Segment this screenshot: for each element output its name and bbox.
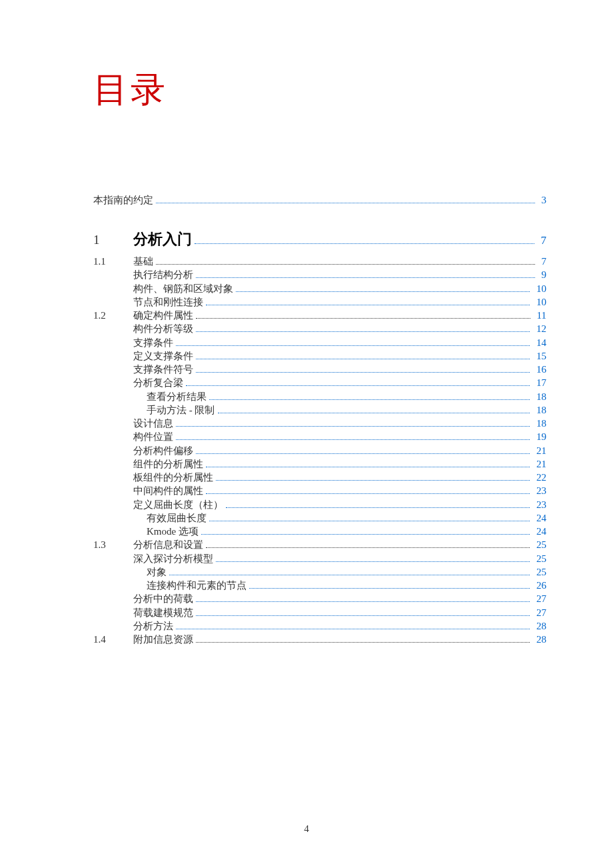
leader-dots: [196, 633, 530, 643]
toc-item-row: 分析方法28: [93, 619, 546, 633]
leader-dots: [196, 322, 530, 332]
toc-item-label: 设计信息: [133, 417, 173, 430]
toc-item-page: 27: [536, 606, 546, 619]
page-number-footer: 4: [0, 823, 613, 835]
section-heading-label: 分析信息和设置: [133, 538, 203, 551]
toc-title: 目录: [93, 67, 546, 113]
toc-item-page: 23: [536, 484, 546, 497]
leader-dots: [216, 552, 530, 562]
toc-item-label: 执行结构分析: [133, 268, 193, 281]
section-num: 1.1: [93, 255, 133, 268]
toc-item-label: Kmode 选项: [147, 525, 199, 538]
toc-item-entry: 中间构件的属性23: [133, 484, 546, 497]
item-content: 节点和刚性连接10: [133, 295, 546, 309]
toc-item-label: 支撑条件符号: [133, 363, 193, 376]
toc-item-entry: 支撑条件符号16: [133, 363, 546, 376]
toc-item-label: 构件分析等级: [133, 322, 193, 335]
leader-dots: [206, 484, 530, 494]
toc-item-entry: 查看分析结果18: [133, 390, 546, 403]
toc-item-entry: 手动方法 - 限制18: [133, 403, 546, 417]
item-content: 构件、钢筋和区域对象10: [133, 282, 546, 295]
toc-item-row: 分析构件偏移21: [93, 444, 546, 457]
leader-dots: [169, 565, 530, 575]
toc-item-page: 19: [536, 430, 546, 443]
toc-item-entry: 构件、钢筋和区域对象10: [133, 282, 546, 295]
leader-dots: [236, 282, 530, 292]
leader-dots: [186, 376, 530, 386]
item-content: 查看分析结果18: [133, 390, 546, 403]
toc-item-row: 分析复合梁17: [93, 376, 546, 389]
toc-item-row: 支撑条件14: [93, 336, 546, 349]
leader-dots: [206, 457, 530, 467]
toc-item-row: 执行结构分析9: [93, 268, 546, 281]
section-content: 确定构件属性11: [133, 309, 546, 322]
toc-item-row: 板组件的分析属性22: [93, 471, 546, 484]
item-content: 构件分析等级12: [133, 322, 546, 335]
toc-item-entry: 连接构件和元素的节点26: [133, 579, 546, 592]
item-content: 手动方法 - 限制18: [133, 403, 546, 417]
section-heading-page: 11: [537, 309, 546, 322]
leader-dots: [216, 471, 530, 481]
item-content: 组件的分析属性21: [133, 457, 546, 471]
section-heading-row: 1.3分析信息和设置25: [93, 538, 546, 551]
section-heading-row: 1.1基础7: [93, 255, 546, 268]
toc-item-label: 有效屈曲长度: [147, 511, 207, 525]
leader-dots: [218, 403, 530, 413]
section-heading-page: 7: [542, 255, 547, 268]
leader-dots: [156, 193, 535, 203]
item-content: 分析复合梁17: [133, 376, 546, 389]
leader-dots: [209, 390, 530, 400]
section-content: 分析信息和设置25: [133, 538, 546, 551]
item-content: 深入探讨分析模型25: [133, 552, 546, 565]
toc-item-row: 查看分析结果18: [93, 390, 546, 403]
section-heading-entry: 确定构件属性11: [133, 309, 546, 322]
toc-item-entry: 支撑条件14: [133, 336, 546, 349]
section-heading-row: 1.2确定构件属性11: [93, 309, 546, 322]
toc-item-label: 构件、钢筋和区域对象: [133, 282, 233, 295]
section-heading-entry: 基础7: [133, 255, 546, 268]
toc-item-entry: 分析构件偏移21: [133, 444, 546, 457]
toc-item-page: 28: [536, 619, 546, 633]
item-content: 定义屈曲长度（柱）23: [133, 498, 546, 511]
leader-dots: [156, 255, 535, 265]
toc-item-row: 节点和刚性连接10: [93, 295, 546, 309]
toc-item-row: 对象25: [93, 565, 546, 579]
section-heading-entry: 分析信息和设置25: [133, 538, 546, 551]
toc-item-page: 18: [536, 390, 546, 403]
leader-dots: [195, 234, 534, 244]
toc-item-label: 定义支撑条件: [133, 349, 193, 363]
toc-item-label: 手动方法 - 限制: [147, 403, 215, 417]
item-content: 构件位置19: [133, 430, 546, 443]
section-heading-page: 28: [536, 633, 546, 646]
section-heading-label: 附加信息资源: [133, 633, 193, 646]
toc-item-page: 25: [536, 552, 546, 565]
toc-item-label: 分析方法: [133, 619, 173, 633]
toc-item-page: 24: [536, 511, 546, 525]
toc-item-row: 组件的分析属性21: [93, 457, 546, 471]
item-content: 对象25: [133, 565, 546, 579]
item-content: 有效屈曲长度24: [133, 511, 546, 525]
toc-item-label: 查看分析结果: [147, 390, 207, 403]
toc-item-page: 16: [536, 363, 546, 376]
leader-dots: [176, 417, 530, 427]
toc-item-page: 12: [536, 322, 546, 335]
toc-item-entry: 组件的分析属性21: [133, 457, 546, 471]
toc-item-page: 10: [536, 282, 546, 295]
toc-item-entry: 构件位置19: [133, 430, 546, 443]
section-heading-row: 1.4附加信息资源28: [93, 633, 546, 646]
item-content: 荷载建模规范27: [133, 606, 546, 619]
toc-item-label: 深入探讨分析模型: [133, 552, 213, 565]
toc-item-row: 中间构件的属性23: [93, 484, 546, 497]
toc-item-entry: 分析中的荷载27: [133, 592, 546, 605]
toc-item-row: 深入探讨分析模型25: [93, 552, 546, 565]
toc-item-entry: 分析复合梁17: [133, 376, 546, 389]
chapter-page: 7: [541, 234, 547, 247]
toc-item-entry: 有效屈曲长度24: [133, 511, 546, 525]
toc-item-label: 板组件的分析属性: [133, 471, 213, 484]
toc-item-row: 定义屈曲长度（柱）23: [93, 498, 546, 511]
toc-item-page: 14: [536, 336, 546, 349]
toc-item-page: 21: [536, 444, 546, 457]
toc-item-entry: Kmode 选项24: [133, 525, 546, 538]
toc-item-label: 对象: [147, 565, 167, 579]
chapter-label: 分析入门: [133, 229, 192, 249]
